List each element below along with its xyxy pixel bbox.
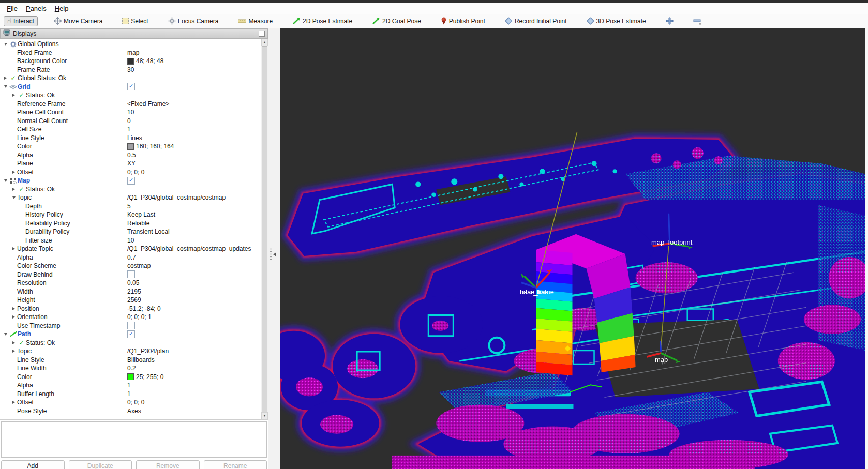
property-value[interactable]: 10 <box>127 237 134 244</box>
expander-open-icon[interactable] <box>2 43 9 46</box>
row-pose-style[interactable]: Pose StyleAxes <box>0 407 261 416</box>
property-value[interactable]: Lines <box>127 134 142 142</box>
row-global-status-ok[interactable]: ✓Global Status: Ok <box>0 74 261 83</box>
property-value[interactable]: <Fixed Frame> <box>127 100 169 108</box>
property-value[interactable] <box>127 322 135 329</box>
expander-closed-icon[interactable] <box>10 401 17 404</box>
property-value[interactable]: 1 <box>127 126 131 133</box>
displays-panel-header[interactable]: Displays <box>0 28 268 39</box>
row-global-options[interactable]: Global Options <box>0 40 261 49</box>
row-plane-cell-count[interactable]: Plane Cell Count10 <box>0 108 261 117</box>
property-value[interactable]: Reliable <box>127 220 149 227</box>
row-plane[interactable]: PlaneXY <box>0 159 261 168</box>
property-value[interactable]: 30 <box>127 66 134 73</box>
expander-closed-icon[interactable] <box>10 315 17 319</box>
row-status-ok[interactable]: ✓Status: Ok <box>0 185 261 194</box>
property-value[interactable]: 0.2 <box>127 365 136 372</box>
tool-publish-point[interactable]: Publish Point <box>437 16 489 26</box>
checkbox-unchecked[interactable] <box>127 270 135 278</box>
menu-help[interactable]: Help <box>51 4 73 13</box>
row-reference-frame[interactable]: Reference Frame<Fixed Frame> <box>0 100 261 109</box>
tree-scrollbar[interactable]: ▲ ▼ <box>261 39 268 419</box>
tool-3d-pose-estimate[interactable]: 3D Pose Estimate <box>583 16 650 26</box>
row-topic[interactable]: Topic/Q1_P304/global_costmap/costmap <box>0 193 261 202</box>
property-value[interactable]: /Q1_P304/plan <box>127 347 169 355</box>
tool-2d-goal-pose[interactable]: 2D Goal Pose <box>368 16 425 26</box>
tool-measure[interactable]: Measure <box>234 16 276 26</box>
row-line-width[interactable]: Line Width0.2 <box>0 364 261 373</box>
3d-viewport[interactable]: base_link lidar_frame map_footprint map <box>280 28 865 469</box>
expander-closed-icon[interactable] <box>10 247 17 250</box>
tool-record-initial-point[interactable]: Record Initial Point <box>501 16 571 26</box>
remove-button[interactable]: Remove <box>136 460 200 469</box>
property-value[interactable]: 10 <box>127 109 134 116</box>
expander-closed-icon[interactable] <box>10 341 17 344</box>
row-color-scheme[interactable]: Color Schemecostmap <box>0 262 261 270</box>
checkbox-checked[interactable]: ✓ <box>127 330 135 338</box>
tool-interact[interactable]: ☝Interact <box>4 16 38 26</box>
row-cell-size[interactable]: Cell Size1 <box>0 125 261 134</box>
rename-button[interactable]: Rename <box>204 460 267 469</box>
row-alpha[interactable]: Alpha0.5 <box>0 151 261 160</box>
property-value[interactable]: 2569 <box>127 296 141 304</box>
expander-closed-icon[interactable] <box>10 188 17 191</box>
row-durability-policy[interactable]: Durability PolicyTransient Local <box>0 228 261 236</box>
property-value[interactable]: 0.05 <box>127 279 139 286</box>
property-value[interactable]: 160; 160; 164 <box>127 143 174 150</box>
duplicate-button[interactable]: Duplicate <box>69 460 132 469</box>
row-draw-behind[interactable]: Draw Behind <box>0 270 261 279</box>
tool-move-camera[interactable]: Move Camera <box>50 16 106 26</box>
row-alpha[interactable]: Alpha1 <box>0 381 261 390</box>
tool-minus-icon[interactable] <box>690 16 706 27</box>
property-value[interactable]: 0; 0; 0; 1 <box>127 313 152 321</box>
expander-open-icon[interactable] <box>2 333 9 336</box>
row-map[interactable]: Map✓ <box>0 176 261 185</box>
row-alpha[interactable]: Alpha0.7 <box>0 253 261 262</box>
row-orientation[interactable]: Orientation0; 0; 0; 1 <box>0 313 261 322</box>
property-value[interactable]: /Q1_P304/global_costmap/costmap_updates <box>127 245 251 252</box>
property-value[interactable]: 0 <box>127 117 131 125</box>
property-value[interactable]: 0.5 <box>127 152 136 159</box>
property-value[interactable]: 48; 48; 48 <box>127 57 163 65</box>
expander-closed-icon[interactable] <box>2 77 9 80</box>
tool-plus-icon[interactable] <box>662 16 677 26</box>
expander-closed-icon[interactable] <box>10 171 17 174</box>
expander-closed-icon[interactable] <box>10 350 17 353</box>
property-value[interactable]: 0; 0; 0 <box>127 169 144 176</box>
scroll-down-icon[interactable]: ▼ <box>261 412 268 419</box>
menu-file[interactable]: File <box>3 4 22 13</box>
panel-splitter[interactable] <box>268 28 280 469</box>
add-button[interactable]: Add <box>1 460 65 469</box>
tool-select[interactable]: Select <box>118 16 152 26</box>
row-topic[interactable]: Topic/Q1_P304/plan <box>0 347 261 356</box>
property-value[interactable]: 2195 <box>127 288 141 295</box>
row-grid[interactable]: Grid✓ <box>0 83 261 92</box>
row-buffer-length[interactable]: Buffer Length1 <box>0 390 261 399</box>
property-value[interactable]: Keep Last <box>127 211 155 218</box>
row-path[interactable]: Path✓ <box>0 330 261 339</box>
tool-focus-camera[interactable]: Focus Camera <box>164 16 222 26</box>
row-filter-size[interactable]: Filter size10 <box>0 236 261 245</box>
property-value[interactable]: Axes <box>127 407 141 415</box>
property-value[interactable]: 0.7 <box>127 254 136 261</box>
row-history-policy[interactable]: History PolicyKeep Last <box>0 210 261 219</box>
scroll-thumb[interactable] <box>262 46 267 412</box>
row-offset[interactable]: Offset0; 0; 0 <box>0 398 261 407</box>
row-fixed-frame[interactable]: Fixed Framemap <box>0 49 261 57</box>
row-background-color[interactable]: Background Color48; 48; 48 <box>0 57 261 66</box>
row-color[interactable]: Color25; 255; 0 <box>0 373 261 382</box>
checkbox-unchecked[interactable] <box>127 322 135 329</box>
row-resolution[interactable]: Resolution0.05 <box>0 279 261 288</box>
row-offset[interactable]: Offset0; 0; 0 <box>0 168 261 177</box>
property-value[interactable]: Transient Local <box>127 228 170 235</box>
property-value[interactable]: /Q1_P304/global_costmap/costmap <box>127 194 226 201</box>
row-status-ok[interactable]: ✓Status: Ok <box>0 339 261 347</box>
property-value[interactable]: 0; 0; 0 <box>127 399 144 406</box>
row-frame-rate[interactable]: Frame Rate30 <box>0 66 261 74</box>
property-value[interactable]: 5 <box>127 203 131 210</box>
row-update-topic[interactable]: Update Topic/Q1_P304/global_costmap/cost… <box>0 245 261 253</box>
row-status-ok[interactable]: ✓Status: Ok <box>0 91 261 100</box>
expander-closed-icon[interactable] <box>10 94 17 97</box>
property-value[interactable]: ✓ <box>127 177 135 185</box>
expander-open-icon[interactable] <box>2 85 9 88</box>
